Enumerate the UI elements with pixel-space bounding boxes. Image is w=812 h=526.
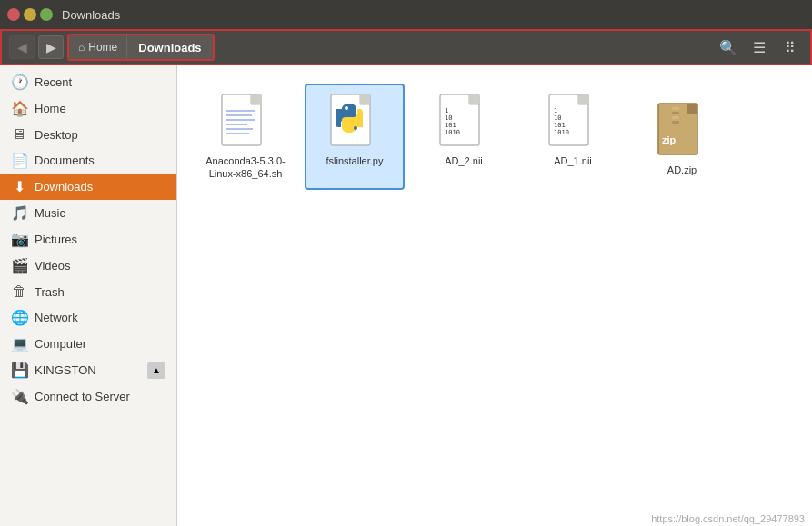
svg-rect-31 bbox=[672, 107, 679, 110]
svg-rect-33 bbox=[672, 116, 679, 119]
file-item-ad2[interactable]: 1 10 101 1010 AD_2.nii bbox=[414, 84, 514, 190]
sidebar-item-kingston[interactable]: 💾 KINGSTON ▲ bbox=[0, 357, 176, 383]
sidebar: 🕐 Recent 🏠 Home 🖥 Desktop 📄 Documents ⬇ … bbox=[0, 65, 177, 526]
file-label-anaconda: Anaconda3-5.3.0-Linux-x86_64.sh bbox=[206, 154, 285, 181]
desktop-icon: 🖥 bbox=[11, 126, 27, 143]
sh-file-icon bbox=[220, 93, 271, 151]
sidebar-label-desktop: Desktop bbox=[35, 128, 78, 142]
sidebar-label-documents: Documents bbox=[35, 154, 95, 167]
trash-icon: 🗑 bbox=[11, 283, 27, 300]
svg-text:zip: zip bbox=[662, 134, 677, 145]
close-button[interactable] bbox=[7, 8, 20, 21]
sidebar-item-recent[interactable]: 🕐 Recent bbox=[0, 69, 176, 95]
status-url: https://blog.csdn.net/qq_29477893 bbox=[651, 513, 805, 524]
back-icon: ◀ bbox=[17, 40, 27, 55]
sidebar-label-computer: Computer bbox=[35, 337, 86, 351]
main-layout: 🕐 Recent 🏠 Home 🖥 Desktop 📄 Documents ⬇ … bbox=[0, 65, 812, 526]
home-label: Home bbox=[88, 41, 117, 54]
window-title: Downloads bbox=[62, 8, 120, 22]
file-item-adzip[interactable]: zip AD.zip bbox=[632, 93, 732, 185]
svg-text:1010: 1010 bbox=[554, 129, 569, 136]
svg-text:101: 101 bbox=[554, 122, 566, 129]
sidebar-label-recent: Recent bbox=[35, 75, 72, 89]
sidebar-label-home: Home bbox=[35, 102, 66, 115]
search-button[interactable]: 🔍 bbox=[716, 35, 741, 60]
file-grid: Anaconda3-5.3.0-Linux-x86_64.sh bbox=[195, 84, 794, 190]
file-label-adzip: AD.zip bbox=[667, 164, 697, 176]
file-item-ad1[interactable]: 1 10 101 1010 AD_1.nii bbox=[523, 84, 623, 190]
file-icon-fslinstaller bbox=[326, 93, 384, 151]
file-item-anaconda[interactable]: Anaconda3-5.3.0-Linux-x86_64.sh bbox=[195, 84, 296, 190]
sidebar-label-downloads: Downloads bbox=[35, 180, 93, 194]
file-icon-ad1: 1 10 101 1010 bbox=[544, 93, 602, 151]
view-grid-button[interactable]: ⠿ bbox=[777, 35, 803, 60]
sidebar-item-trash[interactable]: 🗑 Trash bbox=[0, 279, 176, 304]
toolbar-right: 🔍 ☰ ⠿ bbox=[716, 35, 803, 60]
breadcrumb-home[interactable]: ⌂ Home bbox=[69, 35, 127, 59]
py-file-icon bbox=[329, 93, 380, 151]
file-label-ad1: AD_1.nii bbox=[554, 154, 592, 167]
sidebar-item-downloads[interactable]: ⬇ Downloads bbox=[0, 174, 176, 200]
view-list-button[interactable]: ☰ bbox=[747, 35, 772, 60]
file-label-ad2: AD_2.nii bbox=[445, 154, 483, 167]
sidebar-label-videos: Videos bbox=[35, 259, 71, 273]
svg-text:101: 101 bbox=[445, 122, 456, 129]
svg-rect-2 bbox=[251, 94, 261, 104]
connect-icon: 🔌 bbox=[11, 388, 27, 405]
sidebar-label-music: Music bbox=[35, 206, 65, 220]
forward-button[interactable]: ▶ bbox=[38, 35, 64, 59]
sidebar-item-home[interactable]: 🏠 Home bbox=[0, 95, 176, 122]
sidebar-label-trash: Trash bbox=[35, 285, 65, 299]
svg-point-13 bbox=[354, 126, 357, 130]
status-bar: https://blog.csdn.net/qq_29477893 bbox=[644, 511, 812, 526]
svg-rect-32 bbox=[672, 112, 679, 114]
svg-rect-11 bbox=[360, 94, 370, 104]
sidebar-label-connect: Connect to Server bbox=[35, 390, 130, 403]
downloads-icon: ⬇ bbox=[11, 178, 27, 195]
svg-text:1: 1 bbox=[554, 107, 557, 114]
file-icon-ad2: 1 10 101 1010 bbox=[435, 93, 493, 151]
sidebar-item-computer[interactable]: 💻 Computer bbox=[0, 331, 176, 357]
sidebar-item-music[interactable]: 🎵 Music bbox=[0, 200, 176, 226]
music-icon: 🎵 bbox=[11, 204, 27, 222]
file-item-fslinstaller[interactable]: fslinstaller.py bbox=[305, 84, 405, 190]
grid-view-icon: ⠿ bbox=[785, 39, 796, 56]
sidebar-label-kingston: KINGSTON bbox=[35, 363, 96, 377]
svg-point-12 bbox=[345, 106, 348, 110]
svg-rect-30 bbox=[687, 104, 697, 114]
eject-button[interactable]: ▲ bbox=[147, 362, 165, 379]
svg-text:10: 10 bbox=[445, 114, 452, 122]
network-icon: 🌐 bbox=[11, 309, 27, 326]
back-button[interactable]: ◀ bbox=[9, 35, 35, 59]
nii-file-icon-2: 1 10 101 1010 bbox=[547, 93, 598, 151]
pictures-icon: 📷 bbox=[11, 231, 27, 248]
file-label-fslinstaller: fslinstaller.py bbox=[326, 154, 384, 167]
file-icon-adzip: zip bbox=[653, 102, 711, 160]
home-side-icon: 🏠 bbox=[11, 100, 27, 117]
file-area: Anaconda3-5.3.0-Linux-x86_64.sh bbox=[177, 65, 812, 526]
sidebar-item-desktop[interactable]: 🖥 Desktop bbox=[0, 122, 176, 147]
svg-text:1010: 1010 bbox=[445, 129, 460, 136]
maximize-button[interactable] bbox=[40, 8, 53, 21]
drive-icon: 💾 bbox=[11, 362, 27, 379]
svg-rect-23 bbox=[578, 94, 588, 104]
sidebar-item-documents[interactable]: 📄 Documents bbox=[0, 147, 176, 174]
toolbar: ◀ ▶ ⌂ Home Downloads 🔍 ☰ ⠿ bbox=[0, 29, 812, 65]
svg-rect-16 bbox=[469, 94, 479, 104]
sidebar-label-network: Network bbox=[35, 311, 78, 324]
sidebar-item-network[interactable]: 🌐 Network bbox=[0, 304, 176, 331]
sidebar-item-videos[interactable]: 🎬 Videos bbox=[0, 253, 176, 279]
window-controls bbox=[7, 8, 53, 21]
minimize-button[interactable] bbox=[24, 8, 36, 21]
svg-rect-34 bbox=[672, 121, 679, 124]
svg-text:10: 10 bbox=[554, 114, 561, 122]
documents-icon: 📄 bbox=[11, 152, 27, 169]
zip-file-icon: zip bbox=[657, 102, 707, 160]
home-icon: ⌂ bbox=[78, 41, 85, 54]
svg-text:1: 1 bbox=[445, 107, 448, 114]
nii-file-icon-1: 1 10 101 1010 bbox=[438, 93, 489, 151]
sidebar-item-pictures[interactable]: 📷 Pictures bbox=[0, 226, 176, 253]
search-icon: 🔍 bbox=[719, 39, 737, 56]
sidebar-item-connect[interactable]: 🔌 Connect to Server bbox=[0, 383, 176, 410]
list-view-icon: ☰ bbox=[753, 39, 766, 56]
